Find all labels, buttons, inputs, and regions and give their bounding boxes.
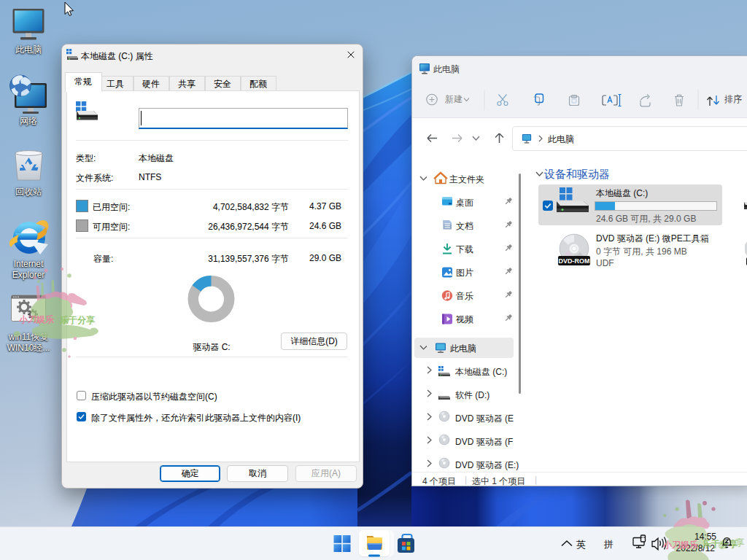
svg-text:乐于分享: 乐于分享	[702, 539, 738, 549]
svg-text:乐于分享: 乐于分享	[59, 315, 96, 325]
svg-text:小刀娱乐: 小刀娱乐	[18, 314, 54, 324]
svg-text:享: 享	[735, 537, 745, 548]
svg-text:小刀娱乐: 小刀娱乐	[662, 540, 698, 550]
